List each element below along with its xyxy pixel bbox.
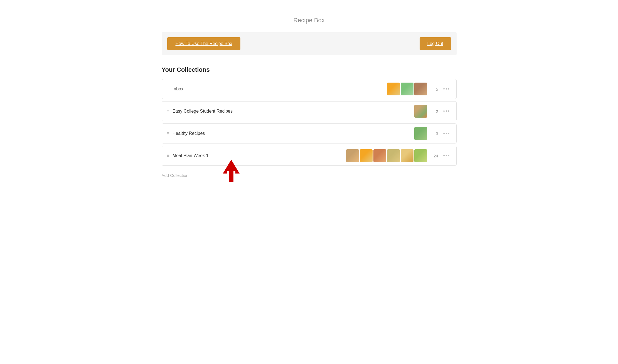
collection-count: 2 — [433, 109, 438, 114]
svg-rect-0 — [229, 171, 233, 182]
collection-list: ≡Inbox5•••≡Easy College Student Recipes2… — [162, 79, 457, 168]
collection-name: Inbox — [173, 86, 387, 91]
thumbnail — [414, 149, 427, 162]
thumbnail — [360, 149, 373, 162]
collection-row-inbox[interactable]: ≡Inbox5••• — [162, 79, 457, 99]
logout-button[interactable]: Log Out — [420, 37, 451, 50]
thumbnail — [387, 149, 400, 162]
collection-count: 5 — [433, 87, 438, 91]
thumbnail — [414, 105, 427, 118]
add-collection-row: Add Collection — [162, 168, 457, 179]
collection-thumbnails — [346, 149, 427, 162]
thumbnail — [401, 149, 413, 162]
collection-name: Meal Plan Week 1 — [173, 153, 346, 158]
collections-heading: Your Collections — [162, 66, 457, 73]
thumbnail — [414, 127, 427, 140]
collection-count: 3 — [433, 131, 438, 136]
page-title: Recipe Box — [162, 17, 457, 24]
page-wrapper: Recipe Box How To Use The Recipe Box Log… — [156, 0, 462, 190]
collection-count: 24 — [433, 153, 438, 158]
collection-thumbnails — [387, 83, 427, 95]
add-collection-button[interactable]: Add Collection — [162, 171, 189, 179]
collection-name: Easy College Student Recipes — [173, 109, 414, 114]
thumbnail — [387, 83, 400, 95]
collection-row-mealplan[interactable]: ≡Meal Plan Week 124••• — [162, 146, 457, 166]
top-bar: How To Use The Recipe Box Log Out — [162, 32, 457, 55]
collection-thumbnails — [414, 105, 427, 118]
collection-name: Healthy Recipes — [173, 131, 414, 136]
collection-row-college[interactable]: ≡Easy College Student Recipes2••• — [162, 101, 457, 121]
drag-handle-icon[interactable]: ≡ — [167, 131, 169, 136]
thumbnail — [373, 149, 386, 162]
collection-row-healthy[interactable]: ≡Healthy Recipes3••• — [162, 123, 457, 143]
drag-handle-icon[interactable]: ≡ — [167, 109, 169, 113]
thumbnail — [414, 83, 427, 95]
collection-thumbnails — [414, 127, 427, 140]
collection-menu-button[interactable]: ••• — [442, 107, 451, 115]
how-to-button[interactable]: How To Use The Recipe Box — [167, 37, 241, 50]
collection-menu-button[interactable]: ••• — [442, 85, 451, 93]
thumbnail — [346, 149, 359, 162]
drag-handle-icon[interactable]: ≡ — [167, 153, 169, 158]
collections-container: Your Collections ≡Inbox5•••≡Easy College… — [162, 66, 457, 179]
red-arrow-annotation — [223, 160, 240, 185]
collection-menu-button[interactable]: ••• — [442, 152, 451, 160]
thumbnail — [401, 83, 413, 95]
collection-menu-button[interactable]: ••• — [442, 130, 451, 138]
